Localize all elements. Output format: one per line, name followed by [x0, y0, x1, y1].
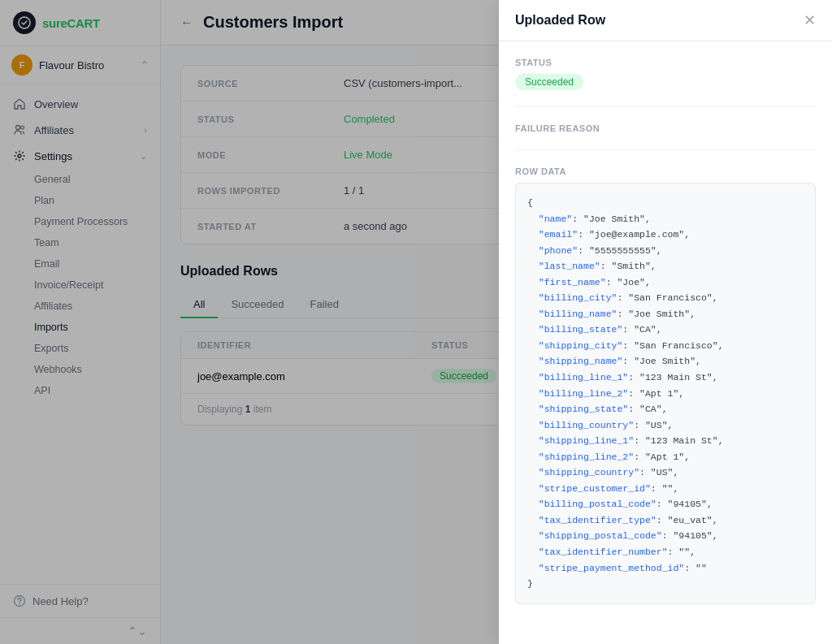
modal-failure-field: FAILURE REASON: [515, 123, 816, 133]
modal-json-block: { "name": "Joe Smith", "email": "joe@exa…: [515, 183, 816, 604]
modal-failure-label: FAILURE REASON: [515, 123, 816, 133]
modal-status-field: STATUS Succeeded: [515, 58, 816, 90]
modal-status-value: Succeeded: [515, 74, 816, 90]
divider-2: [515, 149, 816, 150]
modal-status-label: STATUS: [515, 58, 816, 67]
uploaded-row-modal: Uploaded Row ✕ STATUS Succeeded FAILURE …: [499, 0, 832, 644]
modal-title: Uploaded Row: [515, 13, 605, 28]
divider-1: [515, 106, 816, 107]
modal-header: Uploaded Row ✕: [499, 0, 832, 41]
modal-body: STATUS Succeeded FAILURE REASON ROW DATA…: [499, 41, 832, 644]
modal-row-data-label: ROW DATA: [515, 166, 816, 176]
modal-close-button[interactable]: ✕: [804, 13, 816, 28]
modal-status-badge: Succeeded: [515, 74, 583, 90]
modal-row-data-field: ROW DATA { "name": "Joe Smith", "email":…: [515, 166, 816, 604]
